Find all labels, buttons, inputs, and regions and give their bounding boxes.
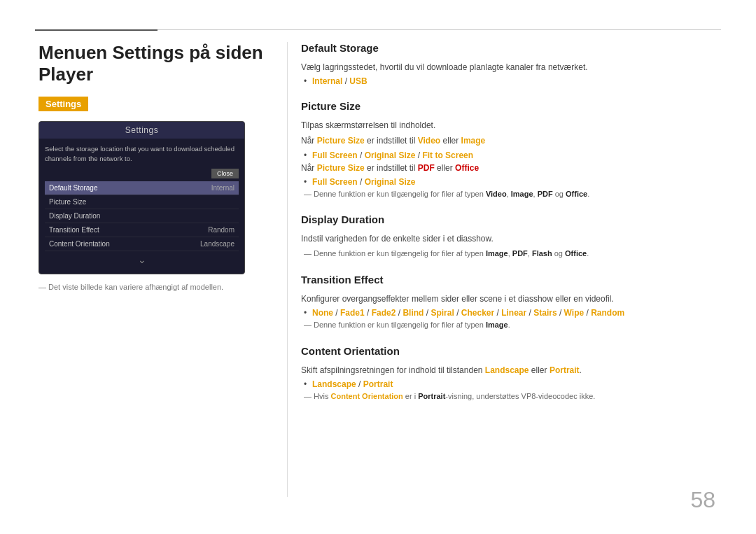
- device-menu-item[interactable]: Picture Size: [45, 195, 239, 209]
- section-picture-size: Picture Size Tilpas skærmstørrelsen til …: [301, 100, 718, 199]
- device-close-button[interactable]: Close: [211, 169, 239, 178]
- picture-size-pdf-condition: Når Picture Size er indstillet til PDF e…: [301, 162, 718, 175]
- section-title-content-orientation: Content Orientation: [301, 345, 718, 360]
- sep: /: [335, 308, 340, 318]
- device-menu-item[interactable]: Default Storage Internal: [45, 181, 239, 195]
- option-none: None: [312, 308, 333, 318]
- menu-item-label: Content Orientation: [49, 240, 110, 248]
- sep3: /: [360, 177, 365, 187]
- section-title-default-storage: Default Storage: [301, 42, 718, 57]
- device-menu-item[interactable]: Transition Effect Random: [45, 223, 239, 237]
- left-column: Menuen Settings på siden Player Settings…: [38, 42, 276, 291]
- option-original-size: Original Size: [365, 150, 416, 160]
- menu-item-value: Landscape: [200, 240, 234, 248]
- menu-item-value: Internal: [211, 184, 234, 192]
- picture-size-video-options: Full Screen / Original Size / Fit to Scr…: [312, 150, 718, 160]
- top-rule-accent: [35, 29, 158, 31]
- transition-effect-options: None / Fade1 / Fade2 / Blind / Spiral / …: [312, 308, 718, 318]
- section-title-display-duration: Display Duration: [301, 213, 718, 228]
- option-full-screen: Full Screen: [312, 150, 358, 160]
- menu-item-label: Picture Size: [49, 198, 86, 206]
- image-note: — Det viste billede kan variere afhængig…: [38, 283, 276, 291]
- transition-effect-note: Denne funktion er kun tilgængelig for fi…: [304, 319, 718, 331]
- picture-size-note: Denne funktion er kun tilgængelig for fi…: [304, 188, 718, 200]
- device-menu-item[interactable]: Display Duration: [45, 209, 239, 223]
- sep: /: [358, 379, 363, 389]
- picture-size-desc: Tilpas skærmstørrelsen til indholdet.: [301, 119, 718, 132]
- menu-item-label: Transition Effect: [49, 226, 99, 234]
- option-linear: Linear: [501, 308, 526, 318]
- section-title-transition-effect: Transition Effect: [301, 274, 718, 288]
- option-stairs: Stairs: [533, 308, 556, 318]
- device-close-row: Close: [45, 169, 239, 178]
- option-landscape: Landscape: [312, 379, 356, 389]
- display-duration-note: Denne funktion er kun tilgængelig for fi…: [304, 248, 718, 260]
- transition-effect-desc: Konfigurer overgangseffekter mellem side…: [301, 293, 718, 306]
- option-usb: USB: [349, 76, 367, 86]
- device-title-bar: Settings: [39, 122, 244, 139]
- content-orientation-options: Landscape / Portrait: [312, 379, 718, 389]
- option-internal: Internal: [312, 76, 342, 86]
- menu-item-label: Default Storage: [49, 184, 98, 192]
- default-storage-desc: Vælg lagringsstedet, hvortil du vil down…: [301, 61, 718, 74]
- section-transition-effect: Transition Effect Konfigurer overgangsef…: [301, 274, 718, 331]
- picture-size-pdf-options: Full Screen / Original Size: [312, 177, 718, 187]
- option-portrait: Portrait: [363, 379, 393, 389]
- device-screenshot: Settings Select the storage location tha…: [38, 121, 245, 274]
- right-column: Default Storage Vælg lagringsstedet, hvo…: [301, 42, 718, 416]
- menu-item-label: Display Duration: [49, 212, 100, 220]
- option-original-size-2: Original Size: [365, 177, 416, 187]
- option-full-screen-2: Full Screen: [312, 177, 358, 187]
- option-fade1: Fade1: [340, 308, 365, 318]
- section-default-storage: Default Storage Vælg lagringsstedet, hvo…: [301, 42, 718, 86]
- device-chevron-icon: ⌄: [45, 251, 239, 268]
- picture-size-video-condition: Når Picture Size er indstillet til Video…: [301, 134, 718, 148]
- page-number: 58: [690, 487, 715, 513]
- device-menu-item[interactable]: Content Orientation Landscape: [45, 237, 239, 251]
- section-display-duration: Display Duration Indstil varigheden for …: [301, 213, 718, 260]
- menu-item-value: Random: [208, 226, 234, 234]
- sep1: /: [360, 150, 365, 160]
- option-random: Random: [591, 308, 624, 318]
- sep: /: [559, 308, 564, 318]
- sep: /: [456, 308, 461, 318]
- default-storage-options: Internal / USB: [312, 76, 718, 86]
- option-fade2: Fade2: [372, 308, 396, 318]
- option-spiral: Spiral: [430, 308, 454, 318]
- device-subtitle: Select the storage location that you wan…: [45, 144, 239, 163]
- content-orientation-desc: Skift afspilningsretningen for indhold t…: [301, 364, 718, 377]
- page-title: Menuen Settings på siden Player: [38, 42, 276, 85]
- option-blind: Blind: [402, 308, 424, 318]
- device-body: Select the storage location that you wan…: [39, 139, 244, 274]
- column-divider: [287, 42, 288, 497]
- option-checker: Checker: [461, 308, 494, 318]
- display-duration-desc: Indstil varigheden for de enkelte sider …: [301, 232, 718, 246]
- sep: /: [367, 308, 372, 318]
- option-wipe: Wipe: [564, 308, 584, 318]
- option-fit-to-screen: Fit to Screen: [422, 150, 473, 160]
- section-content-orientation: Content Orientation Skift afspilningsret…: [301, 345, 718, 402]
- settings-badge: Settings: [38, 97, 88, 111]
- content-orientation-note: Hvis Content Orientation er i Portrait-v…: [304, 391, 718, 402]
- section-title-picture-size: Picture Size: [301, 100, 718, 115]
